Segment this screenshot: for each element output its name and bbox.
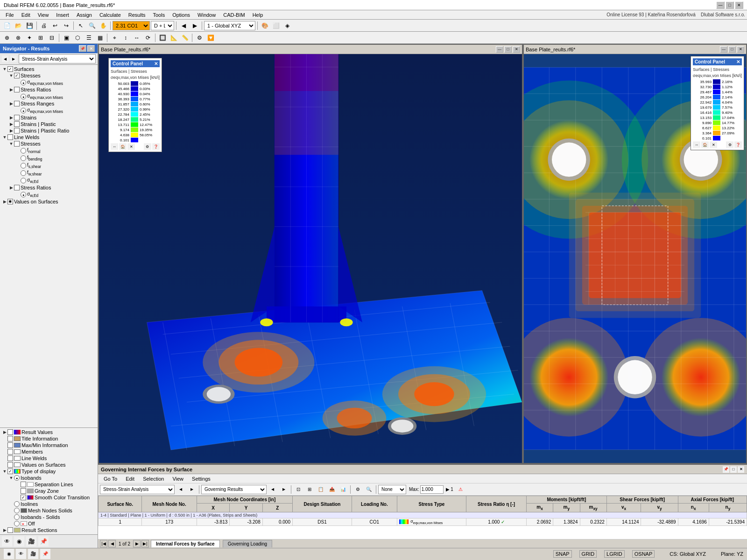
tree-isobands[interactable]: ▼ Isobands xyxy=(1,475,97,481)
pan-button[interactable]: ✋ xyxy=(98,21,108,31)
prev-result[interactable]: ◀ xyxy=(178,21,189,31)
rt-settings[interactable]: ⚙ xyxy=(352,484,363,495)
tree-gray-zone[interactable]: Gray Zone xyxy=(1,488,97,494)
tree-sigma-mises[interactable]: σeqv,max,von Mises xyxy=(1,79,97,86)
next-result[interactable]: ▶ xyxy=(190,21,200,31)
toolbar2-btn5[interactable]: ⊟ xyxy=(47,33,57,43)
viewport-left-canvas[interactable]: Control Panel ✕ Surfaces | Stresses σeqv… xyxy=(99,54,522,463)
rt-warning[interactable]: ⚠ xyxy=(456,484,466,495)
results-menu-view[interactable]: View xyxy=(169,475,187,483)
tree-fsshear[interactable]: fs,shear xyxy=(1,162,97,169)
status-snap[interactable]: SNAP xyxy=(553,550,572,558)
tree-sigma-ranges-mises[interactable]: σeqv,max,von Mises xyxy=(1,107,97,114)
pager-last[interactable]: ▶| xyxy=(141,540,149,547)
pager-next[interactable]: ▶ xyxy=(133,540,141,547)
stress-ratios-check[interactable] xyxy=(14,87,20,92)
mm-check[interactable] xyxy=(7,442,13,448)
cp-left-close[interactable]: ✕ xyxy=(154,61,158,66)
viewport-right-canvas[interactable]: Control Panel ✕ Surfaces | Stresses σeqv… xyxy=(524,54,746,463)
status-grid[interactable]: GRID xyxy=(579,550,597,558)
toolbar2-btn4[interactable]: ⊞ xyxy=(35,33,46,43)
toolbar2-btn16[interactable]: 📏 xyxy=(180,33,190,43)
sl-check[interactable] xyxy=(21,482,26,487)
vsb-check[interactable] xyxy=(7,462,13,468)
undo-button[interactable]: ↩ xyxy=(50,21,60,31)
toolbar2-btn11[interactable]: ↕ xyxy=(120,33,131,43)
status-btn4[interactable]: 📌 xyxy=(40,549,50,559)
pager-first[interactable]: |◀ xyxy=(100,540,107,547)
tree-line-welds[interactable]: ▼ Line Welds xyxy=(1,134,97,140)
sigma-radio[interactable] xyxy=(21,80,26,85)
rt-export[interactable]: 📤 xyxy=(327,484,337,495)
strains-pr-check[interactable] xyxy=(14,128,20,133)
toolbar2-btn2[interactable]: ⊗ xyxy=(13,33,23,43)
results-menu-edit[interactable]: Edit xyxy=(122,475,138,483)
nav-render-btn[interactable]: ◉ xyxy=(14,536,24,546)
nav-close-button[interactable]: ✕ xyxy=(87,45,95,52)
cp-left-btn3[interactable]: ✕ xyxy=(127,143,135,150)
cp-right-btn5[interactable]: ❓ xyxy=(734,141,742,148)
rt-prev[interactable]: ◀ xyxy=(176,484,186,495)
pager-prev[interactable]: ◀ xyxy=(108,540,116,547)
nav-note-btn[interactable]: 📌 xyxy=(38,536,49,546)
strains-plastic-check[interactable] xyxy=(14,121,20,127)
gz-check[interactable] xyxy=(21,488,26,494)
tree-type-display[interactable]: ▼ ✓ Type of display xyxy=(1,468,97,475)
menu-options[interactable]: Options xyxy=(169,11,194,19)
sigma-ranges-radio[interactable] xyxy=(21,108,26,113)
new-button[interactable]: 📄 xyxy=(2,21,12,31)
xyz-combo[interactable]: 1 - Global XYZ xyxy=(204,21,255,30)
stresses-check[interactable]: ✓ xyxy=(14,73,20,78)
toolbar2-btn1[interactable]: ⊕ xyxy=(2,33,12,43)
nav-pin-button[interactable]: 📌 xyxy=(79,45,86,52)
render-button[interactable]: 🎨 xyxy=(260,21,270,31)
status-btn3[interactable]: 🎥 xyxy=(28,549,38,559)
ti-check[interactable] xyxy=(7,436,13,441)
cp-right-btn2[interactable]: 🏠 xyxy=(701,141,709,148)
dc-combo[interactable]: D + L xyxy=(151,21,174,30)
menu-help[interactable]: Help xyxy=(249,11,267,19)
menu-file[interactable]: File xyxy=(2,11,18,19)
results-tab-governing[interactable]: Governing Loading xyxy=(223,540,273,547)
tree-strains-plastic[interactable]: ▶ Strains | Plastic xyxy=(1,121,97,127)
fsshear-radio[interactable] xyxy=(21,163,26,168)
results-pin-btn[interactable]: 📌 xyxy=(723,466,729,473)
vp-left-close[interactable]: ✕ xyxy=(513,46,520,53)
rt-filter2[interactable]: ⊞ xyxy=(304,484,315,495)
maximize-button[interactable]: □ xyxy=(726,1,734,9)
nav-eye-btn[interactable]: 👁 xyxy=(2,536,12,546)
nav-video-btn[interactable]: 🎥 xyxy=(26,536,36,546)
stress-ranges-check[interactable] xyxy=(14,101,20,106)
sc-check[interactable]: ✓ xyxy=(21,495,26,500)
tree-strains-plastic-ratio[interactable]: ▶ Strains | Plastic Ratio xyxy=(1,127,97,134)
cp-right-btn3[interactable]: ✕ xyxy=(710,141,717,148)
rt-copy[interactable]: 📋 xyxy=(316,484,326,495)
toolbar2-settings[interactable]: ⚙ xyxy=(194,33,204,43)
tree-off[interactable]: ✕ Off xyxy=(1,520,97,527)
tree-mesh-nodes-solids[interactable]: Mesh Nodes Solids xyxy=(1,507,97,514)
cp-left-btn2[interactable]: 🏠 xyxy=(119,143,127,150)
analysis-dropdown[interactable]: Stress-Strain Analysis xyxy=(19,54,96,63)
tree-title-information[interactable]: Title Information xyxy=(1,435,97,442)
tree-fbending[interactable]: fbending xyxy=(1,154,97,162)
cp-right-btn4[interactable]: ⚙ xyxy=(726,141,733,148)
menu-view[interactable]: View xyxy=(34,11,53,19)
rv-check[interactable] xyxy=(7,429,13,435)
results-menu-goto[interactable]: Go To xyxy=(100,475,121,483)
cp-right-close[interactable]: ✕ xyxy=(736,59,740,64)
results-max-btn[interactable]: □ xyxy=(730,466,737,473)
lwb-check[interactable] xyxy=(7,455,13,461)
lw-stresses-check[interactable] xyxy=(14,141,20,147)
results-menu-settings[interactable]: Settings xyxy=(188,475,214,483)
tree-lw-stress-ratios[interactable]: ▶ Stress Ratios xyxy=(1,184,97,191)
rt-max-go[interactable]: ▶ 1 xyxy=(444,484,455,495)
fwshear-radio[interactable] xyxy=(21,170,26,176)
status-btn2[interactable]: 👁 xyxy=(16,549,26,559)
co1-combo[interactable]: 2.31 CO1 xyxy=(113,21,150,30)
sigma-wed-radio[interactable] xyxy=(21,178,26,183)
il-radio[interactable] xyxy=(14,501,20,507)
tree-values-surfaces-bottom[interactable]: Values on Surfaces xyxy=(1,462,97,468)
tree-fwshear[interactable]: fw,shear xyxy=(1,169,97,177)
ibs-radio[interactable] xyxy=(14,514,20,520)
nav-prev[interactable]: ◀ xyxy=(2,56,8,62)
